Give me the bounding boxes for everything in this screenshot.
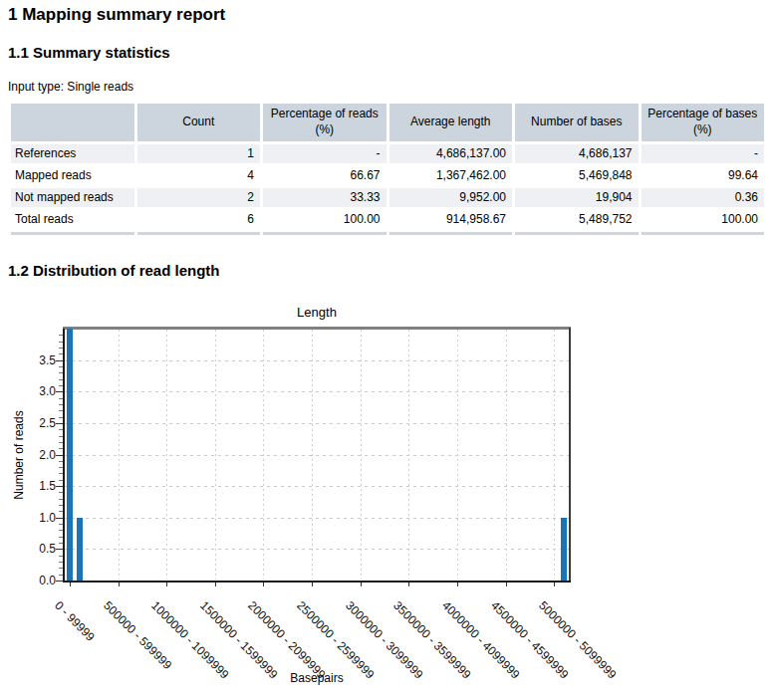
x-axis-line	[63, 581, 571, 583]
row-label: Mapped reads	[11, 166, 134, 185]
histogram-bar	[561, 518, 567, 581]
table-bottom-border	[389, 232, 513, 235]
x-tick	[408, 583, 409, 586]
gridline-vertical	[457, 330, 458, 580]
cell-value: -	[263, 144, 387, 163]
y-minor-tick	[59, 543, 63, 544]
cell-value: 100.00	[642, 210, 765, 229]
y-minor-tick	[59, 480, 63, 481]
y-minor-tick	[59, 404, 63, 405]
x-tick	[70, 583, 71, 586]
gridline-horizontal	[65, 455, 569, 456]
mapping-summary-report: 1 Mapping summary report 1.1 Summary sta…	[0, 0, 775, 700]
y-minor-tick	[59, 511, 63, 512]
gridline-horizontal	[65, 518, 569, 519]
y-minor-tick	[59, 398, 63, 399]
row-label: References	[11, 144, 134, 163]
y-minor-tick	[59, 537, 63, 538]
section-heading-summary-statistics: 1.1 Summary statistics	[8, 44, 170, 61]
table-bottom-border	[137, 232, 261, 235]
y-minor-tick	[59, 379, 63, 380]
y-minor-tick	[59, 366, 63, 367]
row-label: Total reads	[11, 210, 134, 229]
y-tick-label: 1.0	[16, 511, 56, 525]
x-tick	[457, 583, 458, 586]
cell-value: 4	[137, 166, 261, 185]
cell-value: 2	[137, 188, 261, 207]
table-bottom-border	[11, 232, 134, 235]
y-minor-tick	[59, 442, 63, 443]
y-minor-tick	[59, 562, 63, 563]
gridline-vertical	[361, 330, 362, 580]
y-tick-label: 2.5	[16, 416, 56, 430]
section-heading-read-length: 1.2 Distribution of read length	[8, 262, 220, 279]
cell-value: -	[642, 144, 765, 163]
column-header-count: Count	[137, 104, 261, 141]
cell-value: 1	[137, 144, 261, 163]
x-tick-label: 0 - 99999	[52, 598, 98, 644]
gridline-horizontal	[65, 486, 569, 487]
cell-value: 1,367,462.00	[389, 166, 513, 185]
y-minor-tick	[59, 530, 63, 531]
y-minor-tick	[59, 335, 63, 336]
y-tick-label: 0.5	[16, 542, 56, 556]
x-tick	[263, 583, 264, 586]
y-minor-tick	[59, 385, 63, 386]
summary-statistics-table: Count Percentage of reads (%) Average le…	[8, 101, 767, 238]
y-minor-tick	[59, 524, 63, 525]
y-minor-tick	[59, 499, 63, 500]
gridline-vertical	[554, 330, 555, 580]
cell-value: 9,952.00	[389, 188, 513, 207]
y-tick-label: 1.5	[16, 479, 56, 493]
y-minor-tick	[59, 461, 63, 462]
gridline-vertical	[506, 330, 507, 580]
y-major-tick	[56, 423, 63, 424]
y-minor-tick	[59, 372, 63, 373]
cell-value: 19,904	[515, 188, 639, 207]
table-bottom-border-row	[11, 232, 764, 235]
cell-value: 0.36	[642, 188, 765, 207]
x-tick	[119, 583, 120, 586]
cell-value: 5,469,848	[515, 166, 639, 185]
column-header-percentage-of-reads: Percentage of reads (%)	[263, 104, 387, 141]
input-type-text: Input type: Single reads	[8, 80, 133, 94]
cell-value: 100.00	[263, 210, 387, 229]
y-major-tick	[56, 581, 63, 582]
row-label: Not mapped reads	[11, 188, 134, 207]
read-length-histogram: Length Number of reads 0.00.51.01.52.02.…	[0, 294, 775, 700]
gridline-vertical	[166, 330, 167, 580]
y-minor-tick	[59, 417, 63, 418]
table-row: References 1 - 4,686,137.00 4,686,137 -	[11, 144, 764, 163]
y-minor-tick	[59, 436, 63, 437]
y-tick-label: 2.0	[16, 448, 56, 462]
cell-value: 99.64	[642, 166, 765, 185]
column-header-blank	[11, 104, 134, 141]
gridline-vertical	[215, 330, 216, 580]
y-major-tick	[56, 549, 63, 550]
gridline-vertical	[312, 330, 313, 580]
y-major-tick	[56, 518, 63, 519]
cell-value: 6	[137, 210, 261, 229]
x-tick	[361, 583, 362, 586]
x-tick	[554, 583, 555, 586]
y-minor-tick	[59, 492, 63, 493]
column-header-percentage-of-bases: Percentage of bases (%)	[642, 104, 765, 141]
x-tick	[166, 583, 167, 586]
y-major-tick	[56, 360, 63, 361]
y-major-tick	[56, 391, 63, 392]
table-bottom-border	[642, 232, 765, 235]
cell-value: 33.33	[263, 188, 387, 207]
chart-title: Length	[65, 305, 569, 320]
histogram-bar	[67, 329, 73, 581]
y-minor-tick	[59, 410, 63, 411]
y-minor-tick	[59, 429, 63, 430]
cell-value: 914,958.67	[389, 210, 513, 229]
cell-value: 4,686,137.00	[389, 144, 513, 163]
cell-value: 5,489,752	[515, 210, 639, 229]
y-minor-tick	[59, 342, 63, 343]
x-axis-title: Basepairs	[65, 671, 569, 685]
gridline-vertical	[408, 330, 409, 580]
histogram-bar	[77, 518, 83, 581]
gridline-vertical	[119, 330, 120, 580]
cell-value: 4,686,137	[515, 144, 639, 163]
